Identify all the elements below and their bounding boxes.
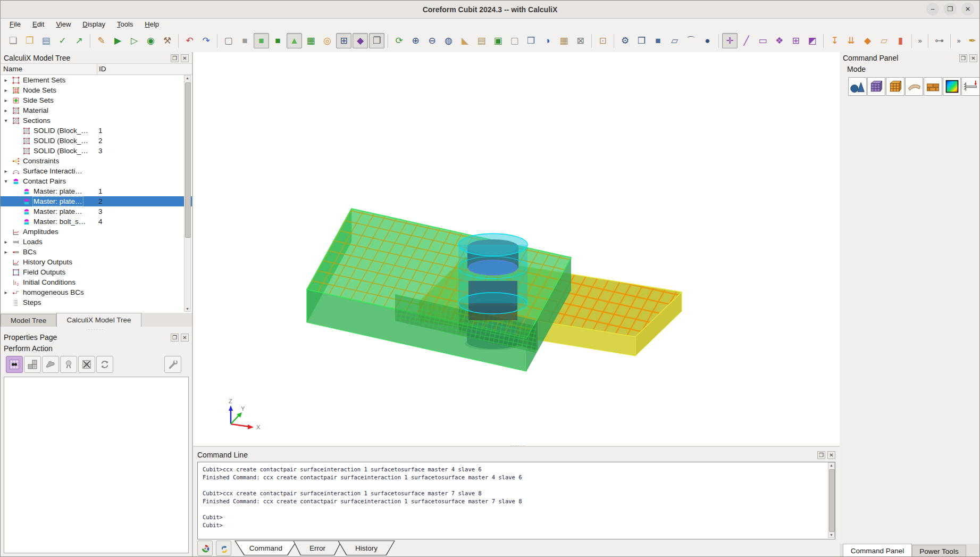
delete-mesh-button[interactable] [78, 356, 95, 373]
zoom-out-icon[interactable]: ⊖ [424, 33, 440, 48]
repair-tool-icon[interactable]: ⚒ [160, 33, 175, 48]
load-temperature-icon[interactable]: ▮ [893, 33, 908, 48]
expand-arrow-icon[interactable]: ▸ [3, 168, 9, 174]
curve-arc-icon[interactable]: ⌒ [683, 33, 699, 48]
pick-mesh-icon[interactable]: ⊞ [788, 33, 803, 48]
expand-arrow-icon[interactable]: ▸ [3, 77, 9, 83]
tree-row-history-outputs[interactable]: History Outputs [1, 257, 192, 267]
wrench-tool-button[interactable] [164, 356, 181, 373]
view-grid-icon[interactable]: ⊞ [336, 33, 351, 48]
tree-row-master-plate[interactable]: Master: plate…1 [1, 186, 192, 196]
quality-mesh-button[interactable] [60, 356, 77, 373]
load-force-icon[interactable]: ↧ [827, 33, 842, 48]
viewport-console-splitter[interactable]: ······ [193, 446, 840, 447]
clip-off-icon[interactable]: ⊠ [573, 33, 588, 48]
tree-row-element-sets[interactable]: ▸Element Sets [1, 75, 192, 85]
new-file-icon[interactable]: ❏ [5, 33, 21, 48]
tree-row-solid-block[interactable]: SOLID (Block_…1 [1, 126, 192, 136]
shell-element-icon[interactable]: ▱ [876, 33, 892, 48]
pick-hex-icon[interactable]: ◩ [805, 33, 820, 48]
collapse-arrow-icon[interactable]: ▾ [3, 178, 9, 184]
clip-sphere-icon[interactable]: ◑ [540, 33, 555, 48]
tree-row-contact-pairs[interactable]: ▾Contact Pairs [1, 176, 192, 186]
menu-help[interactable]: Help [139, 20, 165, 29]
expand-arrow-icon[interactable]: ▸ [3, 239, 9, 245]
smooth-mesh-button[interactable] [42, 356, 59, 373]
tree-row-homogeneous-bcs[interactable]: ▸homogeneous BCs [1, 287, 192, 297]
mesh-hex-purple-mode-button[interactable] [867, 77, 886, 96]
load-pressure-icon[interactable]: ⇊ [843, 33, 859, 48]
tab-power-tools[interactable]: Power Tools [912, 545, 966, 557]
measure-tool-icon[interactable]: ▤ [474, 33, 489, 48]
zoom-in-icon[interactable]: ⊕ [408, 33, 423, 48]
expand-arrow-icon[interactable]: ▸ [3, 97, 9, 103]
surface-single-icon[interactable]: ▱ [667, 33, 682, 48]
tree-row-constraints[interactable]: Constraints [1, 156, 192, 166]
tree-row-material[interactable]: ▸Material [1, 105, 192, 115]
pick-direction-icon[interactable]: ✒ [965, 33, 980, 48]
undock-icon[interactable]: ❐ [171, 334, 179, 342]
volume-single-icon[interactable]: ■ [650, 33, 666, 48]
tree-row-master-plate[interactable]: Master: plate…3 [1, 206, 192, 217]
menu-file[interactable]: File [4, 20, 27, 29]
expand-arrow-icon[interactable]: ▸ [3, 107, 9, 113]
console-text[interactable]: Cubit>ccx create contactpair surfaceinte… [198, 462, 835, 529]
view-overlap-icon[interactable]: ❐ [369, 33, 384, 48]
export-file-icon[interactable]: ↗ [71, 33, 87, 48]
blocks-mode-button[interactable] [924, 77, 942, 96]
contact-cylinder[interactable] [458, 234, 527, 314]
pick-volume-icon[interactable]: ❖ [772, 33, 787, 48]
graphics-viewport[interactable]: Z Y X [193, 52, 840, 446]
menu-display[interactable]: Display [77, 20, 111, 29]
select-box-icon[interactable]: ⊡ [595, 33, 610, 48]
view-volume-icon[interactable]: ◆ [353, 33, 368, 48]
column-id[interactable]: ID [99, 65, 106, 73]
pause-journal-icon[interactable]: ◉ [143, 33, 158, 48]
tree-scrollbar[interactable]: ▲▼ [184, 75, 191, 312]
coarsen-mesh-button[interactable] [24, 356, 41, 373]
sync-mesh-button[interactable] [96, 356, 113, 373]
tree-row-amplitudes[interactable]: Amplitudes [1, 227, 192, 237]
vertex-single-icon[interactable]: ● [700, 33, 715, 48]
menu-view[interactable]: View [50, 20, 77, 29]
view-box-icon[interactable]: ▣ [490, 33, 506, 48]
find-mesh-button[interactable] [6, 356, 23, 373]
tab-error[interactable]: Error [293, 541, 342, 555]
column-name[interactable]: Name [3, 65, 22, 73]
pick-vertex-icon[interactable]: ✛ [722, 33, 738, 48]
close-button[interactable]: ✕ [961, 3, 974, 15]
sculpt-mode-button[interactable] [905, 77, 924, 96]
tree-row-node-sets[interactable]: ▸Node Sets [1, 85, 192, 95]
tree-row-steps[interactable]: Steps [1, 297, 192, 307]
tree-row[interactable] [1, 307, 192, 313]
load-flux-icon[interactable]: ◆ [860, 33, 875, 48]
tab-command-panel[interactable]: Command Panel [843, 544, 912, 557]
volume-copy-icon[interactable]: ❒ [634, 33, 649, 48]
refresh-graphics-icon[interactable]: ⟳ [391, 33, 407, 48]
close-icon[interactable]: ✕ [969, 54, 977, 62]
tree-row-solid-block[interactable]: SOLID (Block_…2 [1, 136, 192, 146]
pick-curve-icon[interactable]: ╱ [739, 33, 754, 48]
redo-icon[interactable]: ↷ [198, 33, 214, 48]
undock-icon[interactable]: ❐ [959, 54, 967, 62]
tree-row-surface-interacti[interactable]: ▸Surface Interacti… [1, 166, 192, 176]
play-journal-icon[interactable]: ▶ [110, 33, 125, 48]
mesh-hex-orange-mode-button[interactable] [886, 77, 904, 96]
view-wedge-icon[interactable]: ◣ [457, 33, 473, 48]
view-mesh-icon[interactable]: ▦ [303, 33, 319, 48]
play-journal-ids-icon[interactable]: ▷ [127, 33, 142, 48]
save-file-icon[interactable]: ▤ [38, 33, 54, 48]
titlebar[interactable]: Coreform Cubit 2024.3 -- with CalculiX –… [1, 1, 979, 19]
geometry-mode-button[interactable] [848, 77, 867, 96]
toolbar-overflow-2-icon[interactable]: » [954, 33, 964, 48]
undock-icon[interactable]: ❐ [171, 54, 179, 62]
node-connect-icon[interactable]: ⊶ [932, 33, 947, 48]
clip-cube-icon[interactable]: ❒ [523, 33, 539, 48]
close-icon[interactable]: ✕ [827, 451, 835, 459]
tab-model-tree[interactable]: Model Tree [1, 314, 56, 327]
tree-row-initial-conditions[interactable]: t0Initial Conditions [1, 277, 192, 287]
tree-row-side-sets[interactable]: ▸Side Sets [1, 95, 192, 105]
select-entity-icon[interactable]: ◎ [320, 33, 335, 48]
import-file-icon[interactable]: ✓ [55, 33, 70, 48]
fea-boundary-mode-button[interactable] [961, 77, 980, 96]
